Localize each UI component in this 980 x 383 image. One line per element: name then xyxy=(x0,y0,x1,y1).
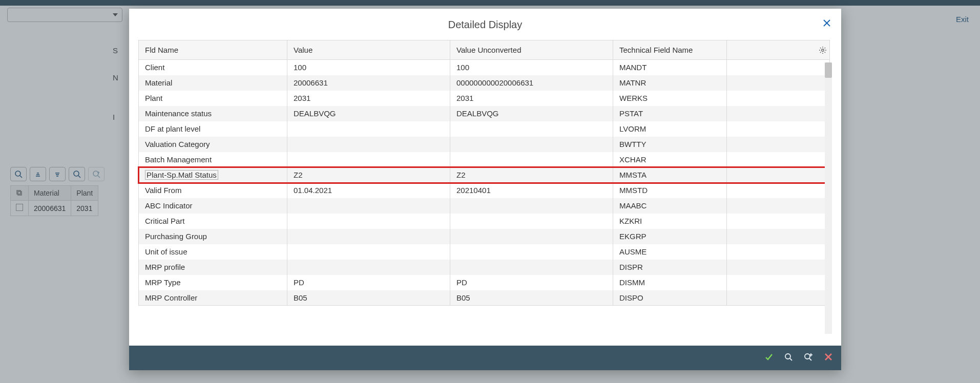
detail-row[interactable]: Plant20312031WERKS xyxy=(139,91,830,106)
close-icon xyxy=(823,19,831,27)
settings-button[interactable] xyxy=(819,46,827,56)
svg-line-20 xyxy=(790,358,792,360)
detail-row[interactable]: Plant-Sp.Matl StatusZ2Z2MMSTA xyxy=(139,167,830,183)
svg-point-19 xyxy=(785,354,790,359)
detail-row[interactable]: Batch ManagementXCHAR xyxy=(139,152,830,167)
col-value-unconverted[interactable]: Value Unconverted xyxy=(450,40,613,60)
detail-row[interactable]: Material20006631000000000020006631MATNR xyxy=(139,75,830,91)
detailed-display-dialog: Detailed Display Fld Name Value Value Un… xyxy=(129,9,841,370)
detail-row[interactable]: Critical PartKZKRI xyxy=(139,214,830,229)
col-spare xyxy=(727,40,830,60)
col-tech-name[interactable]: Technical Field Name xyxy=(613,40,727,60)
gear-icon xyxy=(819,46,827,54)
detail-row[interactable]: MRP ControllerB05B05DISPO xyxy=(139,290,830,306)
svg-point-21 xyxy=(805,354,810,359)
cancel-button[interactable] xyxy=(824,352,833,364)
svg-point-18 xyxy=(822,49,824,51)
col-value[interactable]: Value xyxy=(287,40,450,60)
detail-table: Fld Name Value Value Unconverted Technic… xyxy=(138,40,830,306)
detail-row[interactable]: Unit of issueAUSME xyxy=(139,244,830,260)
find-next-button[interactable] xyxy=(803,352,814,364)
detail-row[interactable]: Valid From01.04.202120210401MMSTD xyxy=(139,183,830,198)
accept-button[interactable] xyxy=(764,352,774,364)
dialog-title: Detailed Display xyxy=(448,19,523,30)
detail-row[interactable]: Valuation CategoryBWTTY xyxy=(139,137,830,152)
close-button[interactable] xyxy=(823,18,831,30)
scrollbar-track[interactable] xyxy=(825,62,832,334)
svg-line-22 xyxy=(809,358,811,360)
col-fld-name[interactable]: Fld Name xyxy=(139,40,287,60)
detail-row[interactable]: MRP TypePDPDDISMM xyxy=(139,275,830,290)
detail-row[interactable]: Client100100MANDT xyxy=(139,60,830,75)
detail-row[interactable]: ABC IndicatorMAABC xyxy=(139,198,830,214)
search-icon xyxy=(784,352,793,361)
cancel-icon xyxy=(824,352,833,361)
search-plus-icon xyxy=(803,352,814,361)
detail-row[interactable]: DF at plant levelLVORM xyxy=(139,121,830,137)
detail-row[interactable]: Maintenance statusDEALBVQGDEALBVQGPSTAT xyxy=(139,106,830,121)
detail-row[interactable]: Purchasing GroupEKGRP xyxy=(139,229,830,244)
detail-row[interactable]: MRP profileDISPR xyxy=(139,260,830,275)
find-button[interactable] xyxy=(784,352,793,364)
scrollbar-thumb[interactable] xyxy=(825,62,832,78)
dialog-footer xyxy=(129,346,841,370)
check-icon xyxy=(764,352,774,361)
